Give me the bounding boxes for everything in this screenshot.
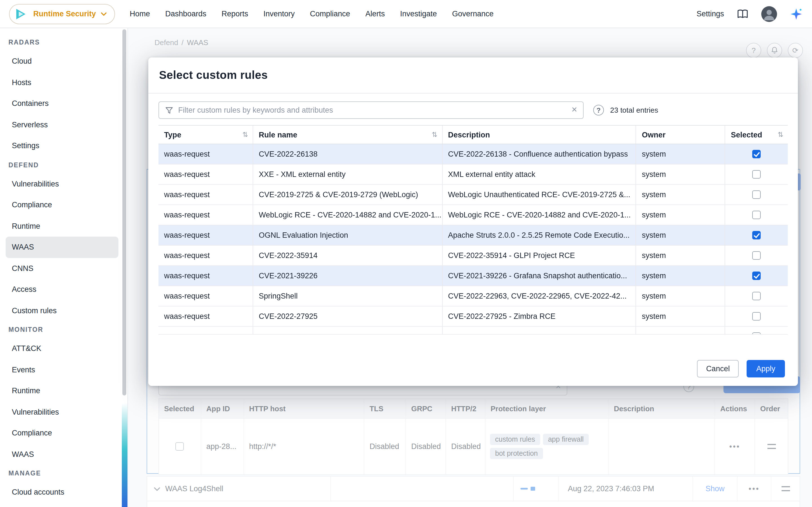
rule-selected-cell	[725, 185, 788, 205]
sidebar-item-vulnerabilities[interactable]: Vulnerabilities	[6, 173, 118, 194]
rule-type: waas-request	[158, 225, 253, 245]
sidebar: RADARSCloudHostsContainersServerlessSett…	[0, 28, 128, 507]
sidebar-item-cloud[interactable]: Cloud	[6, 51, 118, 72]
sidebar-item-waas[interactable]: WAAS	[6, 444, 118, 465]
rule-checkbox[interactable]	[752, 312, 761, 321]
topnav-alerts[interactable]: Alerts	[365, 10, 385, 18]
cancel-button[interactable]: Cancel	[697, 360, 739, 377]
sidebar-item-vulnerabilities[interactable]: Vulnerabilities	[6, 401, 118, 422]
sidebar-item-cnns[interactable]: CNNS	[6, 258, 118, 279]
rule-selected-cell	[725, 245, 788, 265]
custom-rule-row[interactable]: waas-requestCVE-2022-35914CVE-2022-35914…	[158, 245, 788, 266]
rule-selected-cell	[725, 286, 788, 306]
rule-type: waas-request	[158, 245, 253, 265]
rule-checkbox[interactable]	[752, 190, 761, 199]
sidebar-section-radars: RADARS	[0, 34, 128, 51]
sidebar-scrollbar[interactable]	[122, 29, 126, 395]
docs-book-icon[interactable]	[737, 8, 749, 19]
custom-rule-row[interactable]: waas-requestOGNL Evaluation InjectionApa…	[158, 225, 788, 245]
custom-rule-row[interactable]: waas-requestCVE-2021-39226CVE-2021-39226…	[158, 266, 788, 286]
custom-rule-row[interactable]: waas-requestSpringShellCVE-2022-22963, C…	[158, 286, 788, 306]
partial-description-cell	[442, 327, 636, 334]
sidebar-item-compliance[interactable]: Compliance	[6, 194, 118, 216]
sidebar-item-att-ck[interactable]: ATT&CK	[6, 338, 118, 359]
sidebar-item-cloud-accounts[interactable]: Cloud accounts	[6, 482, 118, 503]
sidebar-item-waas[interactable]: WAAS	[6, 237, 118, 258]
chevron-down-icon	[101, 12, 107, 15]
apply-button[interactable]: Apply	[747, 360, 785, 377]
sidebar-item-settings[interactable]: Settings	[6, 135, 118, 156]
primary-nav: HomeDashboardsReportsInventoryCompliance…	[130, 10, 494, 18]
custom-rule-row[interactable]: waas-requestCVE-2022-26138CVE-2022-26138…	[158, 144, 788, 165]
sidebar-item-access[interactable]: Access	[6, 279, 118, 300]
custom-rules-table: Type⇅Rule name⇅DescriptionOwnerSelected⇅…	[158, 125, 788, 335]
col-header-selected[interactable]: Selected⇅	[725, 126, 788, 144]
custom-rule-row[interactable]: waas-requestXXE - XML external entityXML…	[158, 165, 788, 185]
rule-checkbox[interactable]	[752, 292, 761, 300]
rule-checkbox[interactable]	[752, 150, 761, 158]
user-avatar[interactable]	[761, 6, 777, 22]
rule-checkbox[interactable]	[752, 231, 761, 239]
ai-sparkle-icon[interactable]	[790, 7, 803, 20]
rule-description: CVE-2022-22963, CVE-2022-22965, CVE-2022…	[442, 286, 636, 306]
topnav-compliance[interactable]: Compliance	[310, 10, 350, 18]
product-switcher[interactable]: Runtime Security	[9, 4, 115, 24]
sidebar-item-events[interactable]: Events	[6, 359, 118, 380]
rule-description: XML external entity attack	[442, 165, 636, 184]
rule-name: CVE-2019-2725 & CVE-2019-2729 (WebLogic)	[253, 185, 442, 205]
rule-name: WebLogic RCE - CVE-2020-14882 and CVE-20…	[253, 205, 442, 225]
custom-rule-row[interactable]: waas-requestCVE-2022-27925CVE-2022-27925…	[158, 306, 788, 327]
filter-help-icon[interactable]: ?	[593, 105, 604, 115]
rule-owner: system	[636, 205, 725, 225]
sidebar-item-hosts[interactable]: Hosts	[6, 72, 118, 93]
sidebar-item-containers[interactable]: Containers	[6, 93, 118, 114]
product-name: Runtime Security	[33, 10, 96, 18]
rule-checkbox[interactable]	[752, 211, 761, 219]
sidebar-item-serverless[interactable]: Serverless	[6, 114, 118, 135]
sidebar-item-runtime[interactable]: Runtime	[6, 380, 118, 401]
clear-filter-icon[interactable]: ✕	[571, 105, 577, 114]
prisma-cloud-logo-icon	[13, 6, 28, 21]
rule-checkbox[interactable]	[752, 170, 761, 179]
topnav-governance[interactable]: Governance	[452, 10, 494, 18]
rule-type: waas-request	[158, 144, 253, 164]
rule-owner: system	[636, 306, 725, 326]
rule-owner: system	[636, 245, 725, 265]
topnav-dashboards[interactable]: Dashboards	[165, 10, 206, 18]
rule-name: XXE - XML external entity	[253, 165, 442, 184]
col-header-rule-name[interactable]: Rule name⇅	[253, 126, 442, 144]
sort-icon[interactable]: ⇅	[432, 131, 437, 138]
topnav-reports[interactable]: Reports	[221, 10, 248, 18]
rule-checkbox[interactable]	[752, 251, 761, 260]
sidebar-item-custom-rules[interactable]: Custom rules	[6, 300, 118, 321]
col-label: Owner	[642, 130, 665, 139]
topnav-home[interactable]: Home	[130, 10, 150, 18]
rule-selected-cell	[725, 165, 788, 184]
sort-icon[interactable]: ⇅	[243, 131, 248, 138]
rule-selected-cell	[725, 306, 788, 326]
modal-title: Select custom rules	[159, 69, 268, 82]
rule-type: waas-request	[158, 266, 253, 286]
rules-table-body: waas-requestCVE-2022-26138CVE-2022-26138…	[158, 144, 788, 327]
rule-checkbox[interactable]	[752, 272, 761, 280]
partial-selected-cell	[725, 327, 788, 334]
topnav-inventory[interactable]: Inventory	[263, 10, 295, 18]
custom-rule-row[interactable]: waas-requestWebLogic RCE - CVE-2020-1488…	[158, 205, 788, 225]
rule-name: CVE-2021-39226	[253, 266, 442, 286]
rule-description: CVE-2022-27925 - Zimbra RCE	[442, 306, 636, 326]
settings-link[interactable]: Settings	[696, 10, 724, 18]
partial-row	[158, 327, 788, 335]
sort-icon[interactable]: ⇅	[777, 131, 783, 138]
total-entries-label: 23 total entries	[610, 106, 658, 114]
rule-name: SpringShell	[253, 286, 442, 306]
partial-checkbox[interactable]	[752, 332, 761, 334]
rules-table-header: Type⇅Rule name⇅DescriptionOwnerSelected⇅	[158, 125, 788, 144]
sidebar-item-compliance[interactable]: Compliance	[6, 422, 118, 444]
rule-type: waas-request	[158, 286, 253, 306]
custom-rule-row[interactable]: waas-requestCVE-2019-2725 & CVE-2019-272…	[158, 185, 788, 205]
rules-filter-input[interactable]: ✕	[158, 101, 583, 119]
sidebar-item-runtime[interactable]: Runtime	[6, 216, 118, 237]
rules-filter-field[interactable]	[159, 102, 583, 118]
col-header-type[interactable]: Type⇅	[158, 126, 253, 144]
topnav-investigate[interactable]: Investigate	[400, 10, 437, 18]
